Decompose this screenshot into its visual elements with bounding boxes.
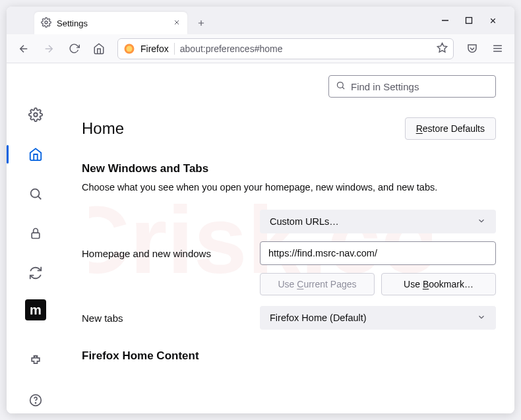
section-desc: Choose what you see when you open your h… <box>82 182 496 193</box>
close-window-button[interactable] <box>489 16 497 25</box>
svg-rect-1 <box>466 18 472 24</box>
url-bar[interactable]: Firefox about:preferences#home <box>117 38 454 59</box>
tab-title: Settings <box>57 18 88 28</box>
svg-point-7 <box>31 189 40 198</box>
menu-button[interactable] <box>487 38 508 59</box>
pocket-button[interactable] <box>462 38 483 59</box>
tab-settings[interactable]: Settings <box>34 12 187 34</box>
svg-point-0 <box>45 21 47 24</box>
svg-marker-4 <box>437 43 446 51</box>
homepage-row-label: Homepage and new windows <box>82 248 252 259</box>
sidebar-item-help[interactable] <box>22 387 49 413</box>
back-button[interactable] <box>13 38 34 59</box>
sidebar-item-search[interactable] <box>22 181 49 207</box>
bookmark-star-icon[interactable] <box>437 42 448 55</box>
search-placeholder: Find in Settings <box>351 81 419 92</box>
homepage-url-input[interactable] <box>260 241 496 265</box>
gear-icon <box>41 17 51 30</box>
sidebar-item-general[interactable] <box>22 102 49 128</box>
use-current-pages-button[interactable]: Use Current Pages <box>260 273 375 295</box>
newtabs-row-label: New tabs <box>82 313 252 324</box>
sidebar-item-sync[interactable] <box>22 260 49 286</box>
sidebar-item-more-mozilla[interactable]: m <box>25 299 46 320</box>
close-icon[interactable] <box>173 18 181 28</box>
homepage-mode-select[interactable]: Custom URLs… <box>260 210 496 233</box>
use-bookmark-button[interactable]: Use Bookmark… <box>381 273 496 295</box>
section-heading: New Windows and Tabs <box>82 162 496 175</box>
sidebar-item-privacy[interactable] <box>22 220 49 247</box>
select-value: Custom URLs… <box>270 216 339 227</box>
svg-point-12 <box>338 82 344 88</box>
svg-point-11 <box>36 403 36 404</box>
restore-defaults-button[interactable]: Restore Defaults <box>405 117 496 140</box>
forward-button[interactable] <box>38 38 59 59</box>
select-value: Firefox Home (Default) <box>270 313 367 323</box>
sidebar-item-extensions[interactable] <box>22 347 49 374</box>
svg-rect-8 <box>32 233 40 238</box>
home-button[interactable] <box>88 38 109 59</box>
settings-search[interactable]: Find in Settings <box>328 75 496 98</box>
sidebar: m <box>7 63 65 413</box>
minimize-button[interactable] <box>441 16 449 24</box>
firefox-icon <box>123 43 135 55</box>
chevron-down-icon <box>477 313 486 324</box>
url-path: about:preferences#home <box>180 44 283 54</box>
toolbar: Firefox about:preferences#home <box>7 34 514 63</box>
search-icon <box>336 80 346 92</box>
page-title: Home <box>82 119 124 138</box>
chevron-down-icon <box>477 216 486 227</box>
svg-point-9 <box>34 356 36 358</box>
url-prefix: Firefox <box>140 44 169 54</box>
svg-point-3 <box>127 45 133 51</box>
sidebar-item-home[interactable] <box>22 141 49 167</box>
reload-button[interactable] <box>63 38 84 59</box>
main-content: Find in Settings Home Restore Defaults N… <box>65 63 514 413</box>
maximize-button[interactable] <box>465 16 473 24</box>
tab-bar: Settings <box>7 7 514 34</box>
url-divider <box>174 43 175 55</box>
section2-heading: Firefox Home Content <box>82 349 496 363</box>
newtabs-select[interactable]: Firefox Home (Default) <box>260 306 496 330</box>
svg-point-6 <box>34 113 38 117</box>
new-tab-button[interactable] <box>191 13 211 33</box>
